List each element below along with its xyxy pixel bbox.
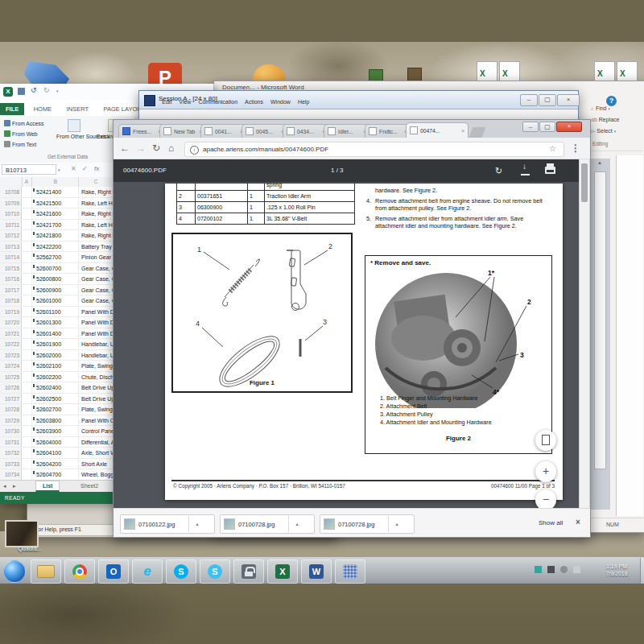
cell-part-number[interactable]: 52421400 bbox=[32, 187, 79, 197]
word-scrollbar-thumb[interactable] bbox=[594, 171, 606, 469]
browser-tab[interactable]: 0045...× bbox=[242, 124, 288, 138]
cell-part-number[interactable]: 52421800 bbox=[32, 230, 79, 241]
tab-home[interactable]: HOME bbox=[28, 103, 58, 115]
cell-a[interactable] bbox=[22, 448, 32, 458]
cell-a[interactable] bbox=[22, 437, 32, 448]
browser-tab[interactable]: 0434...× bbox=[283, 124, 329, 138]
sheet-prev-icon[interactable]: ◂ bbox=[3, 483, 6, 489]
scroll-up-icon[interactable]: ▲ bbox=[592, 160, 607, 168]
browser-tab[interactable]: Fndtc...× bbox=[365, 124, 411, 138]
cell-part-number[interactable]: 52600700 bbox=[32, 263, 79, 274]
cell-part-number[interactable]: 52601400 bbox=[32, 328, 79, 339]
cell-a[interactable] bbox=[22, 220, 32, 230]
menu-help[interactable]: Help bbox=[298, 99, 309, 105]
tray-icon-2[interactable] bbox=[547, 566, 555, 573]
taskbar-chrome[interactable] bbox=[64, 559, 95, 584]
cell-part-number[interactable]: 52603900 bbox=[32, 426, 79, 436]
browser-tab-active[interactable]: 00474...× bbox=[406, 122, 469, 138]
cell-part-number[interactable]: 52421700 bbox=[32, 220, 79, 230]
cell-part-number[interactable]: 52604700 bbox=[32, 469, 79, 480]
home-icon[interactable]: ⌂ bbox=[168, 138, 174, 159]
download-item[interactable]: 07100728.jpg▴ bbox=[220, 514, 315, 534]
pdf-viewer[interactable]: spring 2003716511Traction Idler Arm 3063… bbox=[114, 182, 580, 508]
menu-edit[interactable]: Edit bbox=[162, 99, 171, 105]
chrome-maximize-button[interactable]: ▢ bbox=[539, 122, 555, 132]
tray-icon-1[interactable] bbox=[535, 566, 542, 573]
minimize-button[interactable]: – bbox=[520, 94, 538, 106]
cell-part-number[interactable]: 52422200 bbox=[32, 242, 79, 252]
downloadbar-close-icon[interactable]: × bbox=[576, 518, 580, 526]
cell-a[interactable] bbox=[22, 295, 32, 306]
cell-part-number[interactable]: 52421500 bbox=[32, 198, 79, 208]
close-button[interactable]: × bbox=[557, 94, 580, 106]
cell-a[interactable] bbox=[22, 317, 32, 328]
cell-part-number[interactable]: 52600900 bbox=[32, 285, 79, 295]
pdf-scrollbar-thumb[interactable] bbox=[581, 163, 588, 202]
taskbar-skype[interactable]: S bbox=[166, 559, 196, 584]
sheet-next-icon[interactable]: ▸ bbox=[13, 483, 16, 489]
zoom-out-button[interactable]: − bbox=[535, 489, 556, 508]
download-item[interactable]: 07100122.jpg▴ bbox=[120, 514, 215, 534]
info-icon[interactable]: i bbox=[190, 146, 199, 155]
taskbar-remote-app[interactable] bbox=[335, 559, 365, 584]
cell-part-number[interactable]: 52602400 bbox=[32, 382, 79, 393]
chevron-up-icon[interactable]: ▴ bbox=[288, 516, 305, 532]
tray-icon-3[interactable] bbox=[560, 566, 568, 573]
cell-a[interactable] bbox=[22, 285, 32, 295]
cell-a[interactable] bbox=[22, 187, 32, 197]
forward-icon[interactable]: → bbox=[136, 138, 146, 159]
replace-button[interactable]: ab Replace bbox=[591, 117, 619, 122]
column-header-c[interactable]: C bbox=[80, 179, 112, 184]
cell-part-number[interactable]: 52601100 bbox=[32, 307, 79, 317]
cell-a[interactable] bbox=[22, 372, 32, 382]
taskbar-excel[interactable]: X bbox=[267, 559, 298, 584]
fit-page-button[interactable] bbox=[535, 430, 556, 451]
cell-part-number[interactable]: 52421600 bbox=[32, 208, 79, 219]
cell-a[interactable] bbox=[22, 307, 32, 317]
cell-part-number[interactable]: 52602500 bbox=[32, 394, 79, 404]
select-button[interactable]: ▻ Select ▾ bbox=[591, 128, 616, 134]
menu-communication[interactable]: Communication bbox=[198, 99, 237, 105]
cell-a[interactable] bbox=[22, 394, 32, 404]
menu-file[interactable]: File bbox=[146, 99, 155, 105]
cell-part-number[interactable]: 52604000 bbox=[32, 437, 79, 448]
cell-a[interactable] bbox=[22, 230, 32, 241]
cell-a[interactable] bbox=[22, 252, 32, 262]
from-web-button[interactable]: From Web bbox=[4, 130, 38, 139]
cell-a[interactable] bbox=[22, 361, 32, 371]
cell-part-number[interactable]: 52604100 bbox=[32, 448, 79, 458]
sheet-tab-list[interactable]: List bbox=[35, 481, 60, 492]
cell-a[interactable] bbox=[22, 263, 32, 274]
name-box-dropdown-icon[interactable]: ▾ bbox=[58, 167, 60, 172]
chrome-minimize-button[interactable]: – bbox=[522, 122, 539, 132]
browser-tab[interactable]: Idler...× bbox=[324, 124, 370, 138]
reload-icon[interactable]: ↻ bbox=[152, 138, 160, 159]
menu-overflow-icon[interactable]: ⋮ bbox=[571, 138, 580, 159]
cell-part-number[interactable]: 52562700 bbox=[32, 252, 79, 262]
find-button[interactable]: ⌕ Find ▾ bbox=[591, 105, 610, 112]
chevron-up-icon[interactable]: ▴ bbox=[388, 516, 405, 532]
cell-a[interactable] bbox=[22, 198, 32, 208]
pdf-scrollbar-track[interactable] bbox=[579, 159, 589, 508]
cell-part-number[interactable]: 52604200 bbox=[32, 459, 79, 469]
word-scrollbar-track[interactable]: ▲ bbox=[589, 159, 610, 510]
from-text-button[interactable]: From Text bbox=[4, 140, 36, 150]
new-tab-button[interactable] bbox=[469, 127, 486, 138]
tray-icon-4[interactable] bbox=[573, 566, 580, 573]
column-header-a[interactable]: A bbox=[22, 179, 31, 184]
cell-part-number[interactable]: 52602000 bbox=[32, 350, 79, 361]
browser-tab[interactable]: Frees...× bbox=[118, 124, 165, 138]
download-item[interactable]: 07100728.jpg▴ bbox=[320, 514, 415, 534]
cell-a[interactable] bbox=[22, 415, 32, 426]
menu-actions[interactable]: Actions bbox=[245, 99, 263, 105]
taskbar-photos-folder[interactable] bbox=[31, 559, 61, 584]
photo-thumbnail-icon[interactable] bbox=[5, 520, 39, 547]
cell-a[interactable] bbox=[22, 328, 32, 339]
cell-part-number[interactable]: 52602700 bbox=[32, 404, 79, 415]
maximize-button[interactable]: ▢ bbox=[539, 94, 556, 106]
cell-a[interactable] bbox=[22, 339, 32, 349]
back-icon[interactable]: ← bbox=[120, 138, 130, 159]
show-desktop-button[interactable] bbox=[640, 558, 644, 584]
cell-a[interactable] bbox=[22, 208, 32, 219]
bookmark-star-icon[interactable]: ☆ bbox=[549, 144, 556, 153]
